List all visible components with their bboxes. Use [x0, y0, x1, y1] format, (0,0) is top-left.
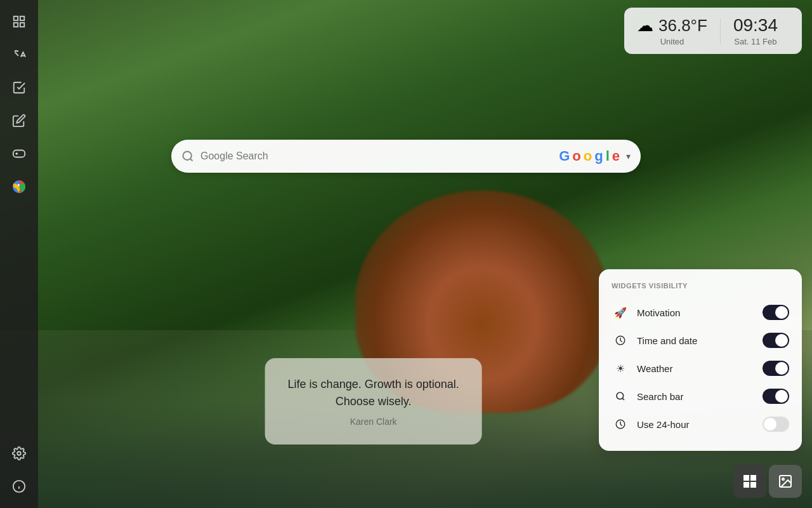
sidebar-item-info[interactable] [5, 472, 33, 500]
weather-toggle[interactable] [763, 361, 789, 376]
search-input[interactable] [200, 150, 553, 162]
time-date-icon [612, 331, 629, 349]
sidebar-item-settings[interactable] [5, 439, 33, 467]
widget-row-24h: Use 24-hour [612, 410, 789, 438]
quote-widget: Life is change. Growth is optional.Choos… [265, 358, 482, 444]
svg-line-13 [190, 159, 193, 161]
svg-rect-1 [20, 17, 24, 20]
weather-location: United [660, 37, 684, 46]
svg-point-8 [17, 451, 21, 455]
svg-rect-21 [751, 476, 756, 480]
clock-date: Sat. 11 Feb [734, 37, 776, 46]
time-date-label: Time and date [637, 335, 755, 346]
sidebar-item-grid[interactable] [5, 8, 33, 36]
search-icon [181, 150, 194, 163]
svg-rect-20 [744, 476, 749, 480]
google-logo[interactable]: Google [559, 148, 620, 164]
svg-rect-23 [751, 483, 756, 487]
sidebar-item-translate[interactable] [5, 41, 33, 69]
24h-label: Use 24-hour [637, 419, 755, 430]
widget-row-search-bar: Search bar [612, 382, 789, 410]
svg-point-16 [617, 392, 624, 399]
weather-icon-area: ☁ 36.8°F [637, 16, 707, 36]
widgets-visibility-panel: WIDGETS VISIBILITY 🚀 Motivation Time and… [599, 269, 802, 451]
quote-author: Karen Clark [288, 417, 459, 427]
widgets-panel-title: WIDGETS VISIBILITY [612, 282, 789, 290]
sidebar-item-tasks[interactable] [5, 74, 33, 102]
weather-temperature: 36.8°F [658, 16, 707, 36]
sidebar-item-gamepad[interactable] [5, 140, 33, 168]
wallpaper-view-button[interactable] [769, 465, 802, 498]
weather-widget-icon: ☀ [612, 359, 629, 377]
bottom-right-buttons [733, 465, 802, 498]
sidebar-item-chrome[interactable] [5, 173, 33, 201]
24h-toggle[interactable] [763, 417, 789, 432]
widget-row-time-date: Time and date [612, 326, 789, 354]
weather-widget: ☁ 36.8°F United 09:34 Sat. 11 Feb [624, 8, 802, 54]
search-bar-toggle[interactable] [763, 389, 789, 404]
motivation-label: Motivation [637, 307, 755, 318]
svg-point-25 [782, 478, 784, 480]
svg-point-7 [19, 190, 22, 193]
weather-info: ☁ 36.8°F United [637, 16, 707, 46]
quote-text: Life is change. Growth is optional.Choos… [288, 376, 459, 410]
clock-time: 09:34 [733, 15, 778, 36]
motivation-toggle[interactable] [763, 305, 789, 320]
widget-row-motivation: 🚀 Motivation [612, 298, 789, 326]
time-date-toggle[interactable] [763, 333, 789, 348]
search-bar: Google ▾ [171, 140, 641, 173]
svg-rect-22 [744, 483, 749, 487]
widgets-view-button[interactable] [733, 465, 766, 498]
search-bar-label: Search bar [637, 391, 755, 402]
svg-rect-2 [14, 23, 18, 27]
svg-rect-0 [14, 17, 18, 20]
svg-rect-4 [13, 150, 25, 157]
search-chevron-icon[interactable]: ▾ [626, 151, 631, 161]
widget-row-weather: ☀ Weather [612, 354, 789, 382]
weather-widget-label: Weather [637, 363, 755, 374]
svg-line-17 [622, 398, 624, 400]
sidebar [0, 0, 38, 508]
search-container: Google ▾ [171, 140, 641, 173]
svg-rect-3 [20, 23, 24, 27]
clock-info: 09:34 Sat. 11 Feb [733, 15, 778, 46]
weather-divider [720, 18, 721, 44]
24h-icon [612, 415, 629, 433]
svg-point-12 [183, 152, 192, 160]
sidebar-item-edit[interactable] [5, 107, 33, 135]
motivation-icon: 🚀 [612, 304, 629, 321]
cloud-icon: ☁ [637, 16, 653, 36]
search-bar-icon [612, 387, 629, 405]
